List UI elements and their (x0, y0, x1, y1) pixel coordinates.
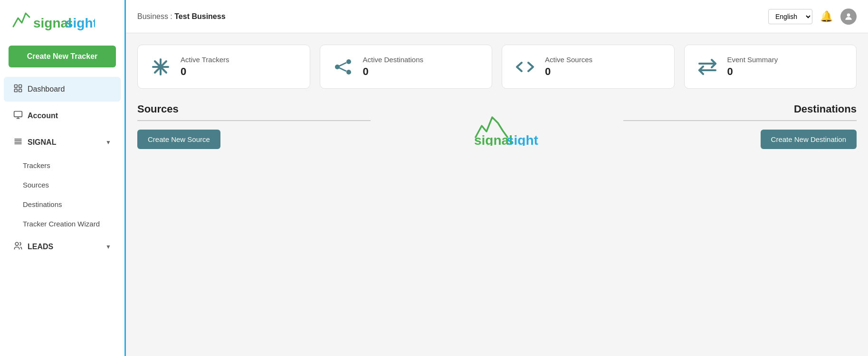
destinations-title: Destinations (794, 103, 857, 115)
sources-destinations-row: Sources Create New Source signal sight (137, 103, 857, 155)
svg-rect-6 (14, 112, 22, 117)
breadcrumb-business: Test Business (174, 12, 225, 20)
center-logo-svg: signal sight (449, 112, 544, 146)
stat-value-event-summary: 0 (727, 66, 778, 78)
svg-point-20 (346, 70, 351, 75)
stat-value-sources: 0 (545, 66, 592, 78)
stat-label-destinations: Active Destinations (363, 56, 424, 64)
user-avatar[interactable] (840, 9, 857, 25)
stat-info-trackers: Active Trackers 0 (181, 56, 229, 78)
svg-line-22 (337, 63, 346, 67)
center-logo-wrap: signal sight (449, 112, 544, 146)
stat-card-event-summary: Event Summary 0 (684, 45, 857, 89)
sources-title: Sources (137, 103, 371, 115)
svg-rect-4 (15, 89, 18, 92)
sidebar-item-dashboard-label: Dashboard (28, 85, 65, 94)
stat-label-sources: Active Sources (545, 56, 592, 64)
stat-card-active-destinations: Active Destinations 0 (320, 45, 493, 89)
sidebar-item-trackers[interactable]: Trackers (0, 156, 124, 175)
breadcrumb: Business : Test Business (137, 12, 226, 21)
breadcrumb-prefix: Business : (137, 12, 174, 20)
destinations-section: Destinations Create New Destination (623, 103, 857, 149)
share-icon (332, 57, 354, 77)
stat-info-destinations: Active Destinations 0 (363, 56, 424, 78)
svg-point-19 (346, 59, 351, 64)
create-source-button[interactable]: Create New Source (137, 130, 220, 149)
svg-point-14 (847, 13, 850, 17)
sidebar-item-destinations[interactable]: Destinations (0, 195, 124, 214)
sidebar-item-tracker-wizard[interactable]: Tracker Creation Wizard (0, 214, 124, 234)
language-selector[interactable]: English Spanish French (768, 9, 812, 24)
center-logo-area: signal sight (371, 103, 623, 155)
sidebar-signal-label: SIGNAL (28, 138, 56, 147)
sidebar-item-dashboard[interactable]: Dashboard (4, 77, 121, 102)
transfer-icon (696, 57, 719, 77)
leads-icon (13, 241, 23, 253)
create-destination-button[interactable]: Create New Destination (761, 130, 857, 149)
stat-info-sources: Active Sources 0 (545, 56, 592, 78)
svg-line-23 (337, 67, 346, 71)
code-icon (514, 57, 536, 77)
monitor-icon (13, 110, 23, 122)
chevron-down-icon: ▼ (105, 139, 111, 146)
list-icon (13, 137, 23, 148)
stat-label-event-summary: Event Summary (727, 56, 778, 64)
dashboard-icon (13, 84, 23, 95)
svg-text:sight: sight (506, 133, 538, 146)
stat-info-event-summary: Event Summary 0 (727, 56, 778, 78)
dashboard-content: Active Trackers 0 Active Destinatio (126, 33, 868, 356)
header-right: English Spanish French 🔔 (768, 9, 857, 25)
sidebar-item-sources[interactable]: Sources (0, 175, 124, 195)
sources-section: Sources Create New Source (137, 103, 371, 149)
chevron-down-icon-leads: ▼ (105, 244, 111, 250)
svg-point-13 (15, 243, 19, 246)
stat-card-active-sources: Active Sources 0 (502, 45, 675, 89)
sidebar-leads-label: LEADS (28, 243, 53, 251)
stat-value-trackers: 0 (181, 66, 229, 78)
sidebar-item-account[interactable]: Account (4, 103, 121, 128)
stats-row: Active Trackers 0 Active Destinatio (137, 45, 857, 89)
sidebar-account-label: Account (28, 112, 58, 120)
create-tracker-button[interactable]: Create New Tracker (9, 46, 116, 67)
stat-label-trackers: Active Trackers (181, 56, 229, 64)
notification-bell-icon[interactable]: 🔔 (820, 10, 833, 23)
stat-value-destinations: 0 (363, 66, 424, 78)
svg-rect-2 (15, 85, 18, 88)
destinations-divider (623, 120, 857, 121)
header: Business : Test Business English Spanish… (126, 0, 868, 33)
sidebar-signal-submenu: Trackers Sources Destinations Tracker Cr… (0, 156, 124, 234)
logo: signal sight (0, 0, 124, 42)
stat-card-active-trackers: Active Trackers 0 (137, 45, 310, 89)
asterisk-icon (149, 57, 172, 77)
sidebar: signal sight Create New Tracker Dashboar… (0, 0, 126, 356)
logo-svg: signal sight (10, 9, 95, 33)
svg-text:sight: sight (66, 16, 95, 30)
sidebar-item-signal[interactable]: SIGNAL ▼ (4, 130, 121, 155)
main-content: Business : Test Business English Spanish… (126, 0, 868, 356)
sidebar-item-leads[interactable]: LEADS ▼ (4, 234, 121, 259)
svg-rect-5 (19, 89, 22, 92)
svg-rect-3 (19, 85, 22, 88)
sources-divider (137, 120, 371, 121)
